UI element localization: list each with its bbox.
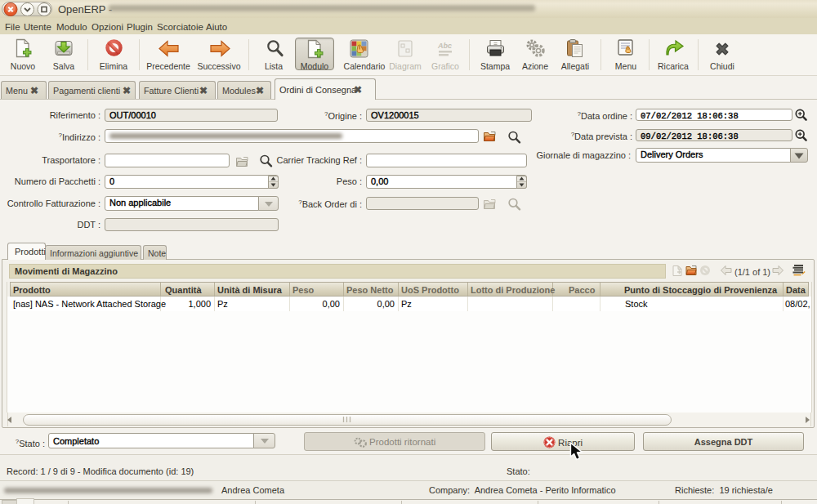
svg-text:Abc: Abc bbox=[437, 42, 452, 50]
